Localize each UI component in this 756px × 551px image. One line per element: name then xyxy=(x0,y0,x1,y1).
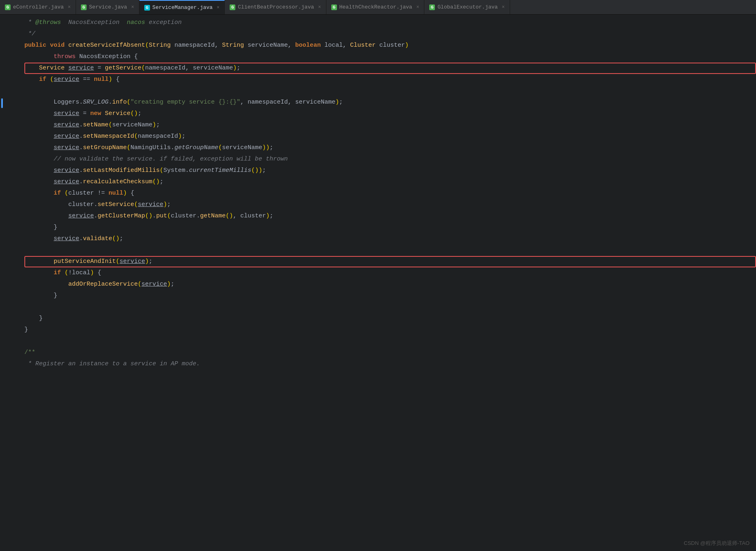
code-line-2: */ xyxy=(4,28,756,40)
tab-close-globalexecutor[interactable]: × xyxy=(502,4,505,10)
code-line-7 xyxy=(4,85,756,97)
code-line-30: /** xyxy=(4,347,756,358)
code-line-18: service.getClusterMap().put(cluster.getN… xyxy=(4,210,756,222)
code-line-29 xyxy=(4,336,756,347)
code-line-31: * Register an instance to a service in A… xyxy=(4,358,756,370)
code-line-highlighted-2: putServiceAndInit(service); xyxy=(4,256,756,267)
editor-container: * @throws NacosException nacos exception… xyxy=(0,15,756,551)
code-line-24: addOrReplaceService(service); xyxy=(4,279,756,290)
tab-label-clientbeat: ClientBeatProcessor.java xyxy=(238,4,314,10)
tab-servicemanager[interactable]: G ServiceManager.java × xyxy=(139,0,225,14)
code-line-25: } xyxy=(4,290,756,302)
code-line-13: // now validate the service. if failed, … xyxy=(4,154,756,165)
tab-econtroller[interactable]: G eController.java × xyxy=(0,0,76,14)
tab-service[interactable]: G Service.java × xyxy=(76,0,139,14)
code-line-10: service.setName(serviceName); xyxy=(4,119,756,131)
tab-icon-clientbeat: G xyxy=(230,4,235,10)
code-line-highlighted-1: Service service = getService(namespaceId… xyxy=(4,63,756,74)
code-line-23: if (!local) { xyxy=(4,267,756,279)
code-line-20: service.validate(); xyxy=(4,233,756,245)
code-line-8: Loggers.SRV_LOG.info("creating empty ser… xyxy=(4,97,756,108)
tab-clientbeat[interactable]: G ClientBeatProcessor.java × xyxy=(225,0,326,14)
code-line-14: service.setLastModifiedMillis(System.cur… xyxy=(4,165,756,176)
tab-icon-econtroller: G xyxy=(5,4,11,10)
tab-close-healthcheck[interactable]: × xyxy=(416,4,419,10)
code-line-3: public void createServiceIfAbsent(String… xyxy=(4,40,756,51)
tab-icon-healthcheck: G xyxy=(331,4,337,10)
code-line-27: } xyxy=(4,313,756,324)
tab-healthcheck[interactable]: G HealthCheckReactor.java × xyxy=(326,0,425,14)
tab-icon-service: G xyxy=(81,4,87,10)
watermark: CSDN @程序员劝退师-TAO xyxy=(684,540,749,547)
tab-label-econtroller: eController.java xyxy=(13,4,64,10)
code-line-26 xyxy=(4,302,756,313)
tab-icon-servicemanager: G xyxy=(144,5,150,11)
tab-label-servicemanager: ServiceManager.java xyxy=(152,4,213,11)
tab-label-globalexecutor: GlobalExecutor.java xyxy=(437,4,497,10)
code-line-15: service.recalculateChecksum(); xyxy=(4,176,756,188)
tab-globalexecutor[interactable]: G GlobalExecutor.java × xyxy=(424,0,510,14)
code-editor[interactable]: * @throws NacosException nacos exception… xyxy=(4,15,756,551)
code-line-11: service.setNamespaceId(namespaceId); xyxy=(4,131,756,142)
tab-close-servicemanager[interactable]: × xyxy=(217,5,219,11)
left-gutter xyxy=(0,15,4,551)
tab-bar: G eController.java × G Service.java × G … xyxy=(0,0,756,15)
code-line-9: service = new Service(); xyxy=(4,108,756,119)
tab-label-healthcheck: HealthCheckReactor.java xyxy=(339,4,412,10)
code-line-21 xyxy=(4,245,756,256)
code-line-19: } xyxy=(4,222,756,233)
code-line-6: if (service == null) { xyxy=(4,74,756,85)
code-line-12: service.setGroupName(NamingUtils.getGrou… xyxy=(4,142,756,154)
code-line-1: * @throws NacosException nacos exception xyxy=(4,17,756,28)
tab-icon-globalexecutor: G xyxy=(429,4,435,10)
code-line-17: cluster.setService(service); xyxy=(4,199,756,210)
tab-label-service: Service.java xyxy=(89,4,127,10)
code-line-28: } xyxy=(4,324,756,336)
tab-close-service[interactable]: × xyxy=(131,4,134,10)
tab-close-econtroller[interactable]: × xyxy=(68,4,71,10)
code-line-4: throws NacosException { xyxy=(4,51,756,63)
code-line-16: if (cluster != null) { xyxy=(4,188,756,199)
tab-close-clientbeat[interactable]: × xyxy=(318,4,321,10)
